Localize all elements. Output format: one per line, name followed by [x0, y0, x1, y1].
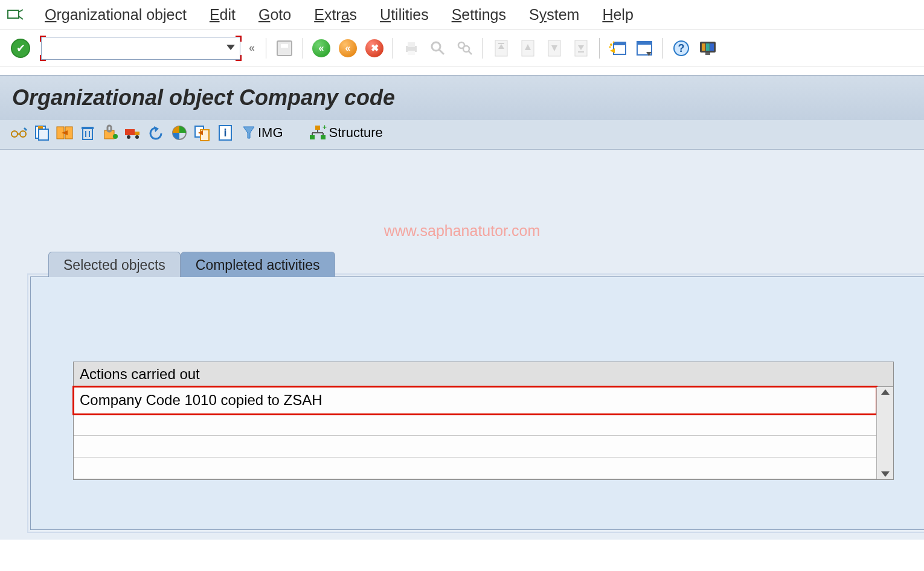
menu-system[interactable]: System	[527, 5, 582, 25]
find-button[interactable]	[427, 37, 449, 59]
svg-marker-55	[154, 126, 159, 132]
check-icon[interactable]	[100, 123, 121, 143]
toolbar-separator	[303, 38, 303, 59]
new-session-button[interactable]	[607, 37, 629, 59]
grid-row-empty	[74, 458, 876, 479]
menu-utilities[interactable]: Utilities	[377, 5, 431, 25]
replace-icon[interactable]	[192, 123, 213, 143]
svg-point-3	[432, 42, 440, 51]
svg-text:i: i	[223, 127, 226, 139]
command-dropdown-icon[interactable]	[226, 45, 235, 50]
svg-point-35	[20, 131, 26, 137]
svg-line-7	[468, 51, 472, 54]
svg-rect-2	[408, 51, 415, 55]
copy-icon[interactable]	[31, 123, 52, 143]
svg-marker-20	[610, 48, 615, 53]
first-page-button[interactable]	[490, 37, 512, 59]
svg-rect-17	[578, 51, 584, 53]
app-menu-icon[interactable]	[6, 6, 24, 24]
tab-selected-objects[interactable]: Selected objects	[48, 252, 181, 277]
back-button[interactable]: «	[310, 37, 332, 59]
transport-icon[interactable]	[123, 123, 144, 143]
svg-point-34	[11, 131, 18, 137]
tab-completed-activities[interactable]: Completed activities	[181, 252, 335, 277]
menu-settings[interactable]: Settings	[449, 5, 509, 25]
print-button[interactable]	[400, 37, 422, 59]
help-button[interactable]: ?	[670, 37, 692, 59]
svg-line-4	[439, 49, 444, 54]
save-button[interactable]	[274, 37, 295, 59]
svg-rect-45	[82, 127, 94, 129]
scrollbar[interactable]	[876, 387, 893, 479]
img-button-label: IMG	[258, 125, 283, 141]
watermark-text: www.saphanatutor.com	[0, 222, 924, 240]
collapse-icon[interactable]: «	[245, 42, 258, 54]
title-bar: Organizational object Company code i IMG…	[0, 75, 924, 150]
toolbar-separator	[663, 38, 663, 59]
cancel-button[interactable]: ✖	[364, 37, 385, 59]
menu-goto[interactable]: Goto	[256, 5, 294, 25]
grid-row[interactable]: Company Code 1010 copied to ZSAH	[74, 387, 876, 414]
svg-rect-19	[614, 42, 626, 45]
svg-rect-1	[408, 42, 415, 47]
svg-point-21	[610, 43, 612, 46]
toolbar-separator	[393, 38, 393, 59]
copy-from-icon[interactable]	[54, 123, 75, 143]
structure-button[interactable]: + Structure	[304, 123, 387, 143]
svg-rect-52	[135, 132, 140, 135]
svg-line-37	[24, 128, 27, 130]
undo-icon[interactable]	[146, 123, 167, 143]
enter-icon[interactable]	[11, 39, 30, 58]
svg-text:?: ?	[678, 42, 685, 54]
svg-rect-44	[83, 129, 92, 139]
compare-icon[interactable]	[169, 123, 190, 143]
svg-rect-33	[705, 53, 710, 55]
prev-page-button[interactable]	[517, 37, 539, 59]
glasses-change-icon[interactable]	[8, 123, 29, 143]
svg-rect-63	[310, 135, 315, 139]
last-page-button[interactable]	[570, 37, 592, 59]
svg-point-50	[113, 134, 118, 139]
local-layout-button[interactable]	[697, 37, 719, 59]
standard-toolbar: « « « ✖ ?	[0, 30, 924, 66]
funnel-icon	[242, 125, 255, 141]
next-page-button[interactable]	[544, 37, 565, 59]
toolbar-separator	[483, 38, 483, 59]
layout-button[interactable]	[634, 37, 655, 59]
svg-rect-30	[702, 43, 705, 51]
content-area: www.saphanatutor.com Selected objects Co…	[0, 150, 924, 540]
svg-rect-49	[107, 126, 111, 132]
menu-bar: Organizational object Edit Goto Extras U…	[0, 0, 924, 30]
delete-icon[interactable]	[77, 123, 98, 143]
exit-button[interactable]: «	[337, 37, 359, 59]
command-input[interactable]	[42, 42, 240, 54]
menu-extras[interactable]: Extras	[312, 5, 359, 25]
svg-rect-62	[315, 126, 320, 130]
scroll-down-icon[interactable]	[881, 471, 890, 477]
img-button[interactable]: IMG	[238, 123, 287, 143]
menu-organizational-object[interactable]: Organizational object	[42, 5, 189, 25]
svg-point-23	[609, 46, 611, 48]
scroll-up-icon[interactable]	[881, 389, 890, 395]
actions-grid: Actions carried out Company Code 1010 co…	[73, 362, 894, 480]
svg-text:+: +	[322, 124, 327, 132]
toolbar-separator	[266, 38, 266, 59]
toolbar-separator	[599, 38, 600, 59]
menu-help[interactable]: Help	[600, 5, 635, 25]
hierarchy-icon: +	[309, 124, 327, 141]
command-field[interactable]	[41, 37, 240, 60]
highlight-corner	[40, 55, 46, 61]
grid-row-empty	[74, 436, 876, 458]
svg-rect-31	[706, 43, 710, 51]
find-next-button[interactable]	[454, 37, 475, 59]
grid-row-empty	[74, 414, 876, 436]
info-icon[interactable]: i	[215, 123, 236, 143]
structure-button-label: Structure	[329, 125, 383, 141]
svg-rect-39	[39, 129, 48, 140]
menu-edit[interactable]: Edit	[207, 5, 238, 25]
highlight-corner	[236, 36, 242, 42]
page-title: Organizational object Company code	[0, 75, 924, 120]
svg-rect-10	[498, 43, 504, 44]
tabstrip: Selected objects Completed activities Ac…	[30, 251, 924, 530]
grid-header-label: Actions carried out	[80, 366, 200, 383]
